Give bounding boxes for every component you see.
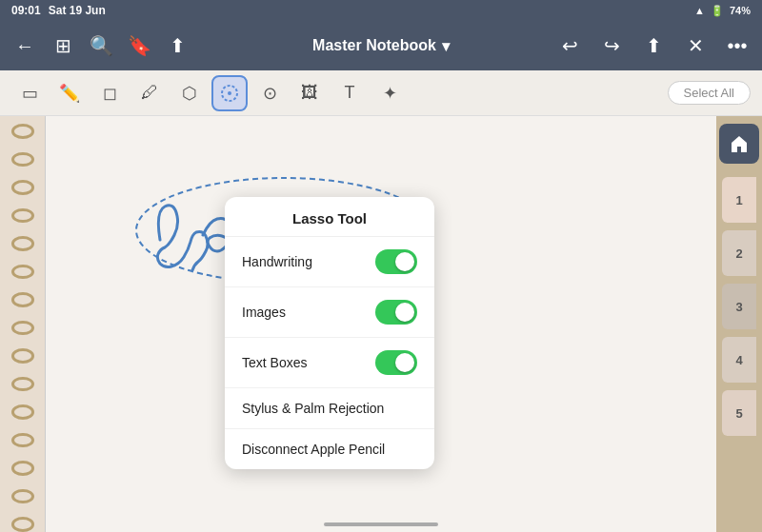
redo-button[interactable]: ↪ — [594, 29, 629, 63]
spiral-ring — [11, 321, 34, 336]
back-button[interactable]: ← — [8, 29, 42, 63]
bookmark-button[interactable]: 🔖 — [122, 29, 156, 63]
battery-icon: 🔋 — [711, 5, 724, 17]
eraser-tool-button[interactable]: ◻ — [91, 75, 128, 111]
stylus-palm-label: Stylus & Palm Rejection — [242, 401, 384, 416]
page-tab-4[interactable]: 4 — [722, 337, 756, 383]
spiral-ring — [11, 377, 34, 392]
spiral-ring — [11, 292, 34, 307]
notebook-title-area[interactable]: Master Notebook ▾ — [312, 37, 450, 55]
toggle-thumb — [395, 353, 414, 372]
sticker-tool-button[interactable]: ✦ — [371, 75, 408, 111]
spiral-ring — [11, 124, 34, 139]
dropdown-icon: ▾ — [442, 37, 450, 55]
text-boxes-item[interactable]: Text Boxes — [225, 338, 434, 388]
spiral-binding — [0, 116, 46, 532]
more-button[interactable]: ••• — [720, 29, 754, 63]
toggle-thumb — [395, 252, 414, 271]
tools-row: ▭ ✏️ ◻ 🖊 ⬡ ⊙ 🖼 T ✦ Select All — [0, 70, 762, 116]
spiral-ring — [11, 208, 34, 224]
wifi-icon: ▲ — [694, 5, 705, 16]
page-tab-3[interactable]: 3 — [722, 284, 756, 329]
status-left: 09:01 Sat 19 Jun — [11, 4, 106, 17]
notebook-title: Master Notebook — [312, 37, 436, 54]
select-area-label: Select All — [684, 86, 734, 100]
time: 09:01 — [11, 4, 41, 17]
svg-point-1 — [228, 91, 231, 95]
text-boxes-label: Text Boxes — [242, 355, 307, 370]
share-button[interactable]: ⬆ — [160, 29, 194, 63]
undo-button[interactable]: ↩ — [552, 29, 587, 63]
spiral-ring — [11, 433, 34, 448]
page-tab-5[interactable]: 5 — [722, 390, 756, 436]
text-tool-button[interactable]: T — [331, 75, 368, 111]
highlighter-tool-button[interactable]: 🖊 — [131, 75, 168, 111]
select-tool-button[interactable]: ▭ — [11, 75, 48, 111]
spiral-ring — [11, 489, 34, 504]
toggle-thumb — [395, 303, 414, 322]
disconnect-pencil-label: Disconnect Apple Pencil — [242, 442, 385, 457]
handwriting-item[interactable]: Handwriting — [225, 237, 434, 287]
disconnect-pencil-item[interactable]: Disconnect Apple Pencil — [225, 429, 434, 469]
text-boxes-toggle[interactable] — [375, 350, 417, 375]
lasso-popup-title: Lasso Tool — [225, 197, 434, 237]
battery-pct: 74% — [730, 5, 751, 16]
status-bar: 09:01 Sat 19 Jun ▲ 🔋 74% — [0, 0, 762, 21]
image-tool-button[interactable]: 🖼 — [291, 75, 328, 111]
images-item[interactable]: Images — [225, 287, 434, 338]
page-tab-2[interactable]: 2 — [722, 230, 756, 276]
search-button[interactable]: 🔍 — [84, 29, 118, 63]
pen-tool-button[interactable]: ✏️ — [51, 75, 88, 111]
spiral-ring — [11, 348, 34, 364]
images-toggle[interactable] — [375, 300, 417, 325]
main-toolbar: ← ⊞ 🔍 🔖 ⬆ Master Notebook ▾ ↩ ↪ ⬆ ✕ ••• — [0, 21, 762, 70]
apps-button[interactable]: ⊞ — [46, 29, 80, 63]
stylus-palm-item[interactable]: Stylus & Palm Rejection — [225, 388, 434, 429]
status-right: ▲ 🔋 74% — [694, 5, 751, 17]
handwriting-toggle[interactable] — [375, 249, 417, 274]
camera-tool-button[interactable]: ⊙ — [251, 75, 288, 111]
toolbar-left: ← ⊞ 🔍 🔖 ⬆ — [8, 29, 194, 63]
shape-tool-button[interactable]: ⬡ — [171, 75, 208, 111]
home-indicator — [324, 522, 438, 526]
main-content: Lasso Tool Handwriting Images Text Boxes — [0, 116, 762, 532]
images-label: Images — [242, 305, 286, 320]
spiral-ring — [11, 236, 34, 251]
date: Sat 19 Jun — [49, 4, 106, 17]
spiral-ring — [11, 180, 34, 195]
lasso-tool-button[interactable] — [211, 75, 248, 111]
toolbar-right: ↩ ↪ ⬆ ✕ ••• — [552, 29, 754, 63]
notebook-page[interactable]: Lasso Tool Handwriting Images Text Boxes — [46, 116, 716, 532]
export-button[interactable]: ⬆ — [636, 29, 671, 63]
page-tab-1[interactable]: 1 — [722, 177, 756, 223]
spiral-ring — [11, 265, 34, 280]
spiral-ring — [11, 152, 34, 167]
lasso-popup: Lasso Tool Handwriting Images Text Boxes — [225, 197, 434, 469]
handwriting-label: Handwriting — [242, 254, 312, 269]
home-tab-button[interactable] — [719, 124, 759, 164]
right-tabs: 1 2 3 4 5 — [716, 116, 762, 532]
close-button[interactable]: ✕ — [678, 29, 712, 63]
spiral-ring — [11, 404, 34, 420]
spiral-ring — [11, 461, 34, 476]
spiral-ring — [11, 517, 34, 532]
select-area-button[interactable]: Select All — [668, 81, 751, 105]
